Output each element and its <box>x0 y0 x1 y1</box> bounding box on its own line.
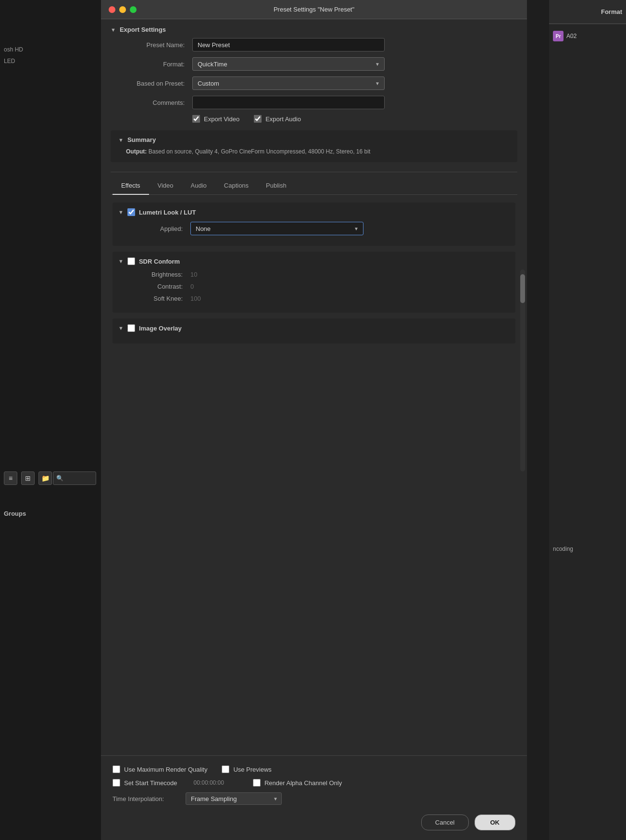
pr-badge-text: A02 <box>566 33 576 39</box>
summary-section: ▼ Summary Output: Based on source, Quali… <box>111 130 517 162</box>
sdr-brightness-label: Brightness: <box>128 271 190 278</box>
tab-effects[interactable]: Effects <box>113 177 149 195</box>
tabs-bar: Effects Video Audio Captions Publish <box>111 177 517 195</box>
lumetri-checkbox[interactable] <box>127 208 135 216</box>
collapse-arrow[interactable]: ▼ <box>111 27 116 33</box>
sdr-softknee-label: Soft Knee: <box>128 295 190 302</box>
divider-1 <box>111 172 517 172</box>
action-buttons: Cancel OK <box>113 815 515 830</box>
based-on-select[interactable]: Custom <box>192 76 385 90</box>
based-on-row: Based on Preset: Custom ▼ <box>111 76 517 90</box>
sdr-softknee-row: Soft Knee: 100 <box>118 295 510 302</box>
close-button[interactable] <box>109 6 115 13</box>
lumetri-applied-select[interactable]: None Browse... <box>190 222 363 235</box>
sidebar-grid-icon[interactable]: ⊞ <box>21 471 35 485</box>
render-alpha-label: Render Alpha Channel Only <box>264 779 342 787</box>
preset-name-label: Preset Name: <box>115 41 192 49</box>
cancel-button[interactable]: Cancel <box>421 815 468 830</box>
use-previews-input[interactable] <box>222 765 229 773</box>
tab-video[interactable]: Video <box>149 177 182 195</box>
summary-output-label: Output: <box>126 148 147 155</box>
lumetri-collapse[interactable]: ▼ <box>118 209 124 215</box>
dialog-content: ▼ Export Settings Preset Name: Format: Q… <box>101 19 527 357</box>
timecode-value: 00:00:00:00 <box>194 779 224 786</box>
render-alpha-checkbox[interactable]: Render Alpha Channel Only <box>253 779 342 787</box>
sdr-contrast-row: Contrast: 0 <box>118 283 510 290</box>
minimize-button[interactable] <box>119 6 126 13</box>
use-previews-checkbox[interactable]: Use Previews <box>222 765 271 773</box>
encoding-label: ncoding <box>549 544 626 554</box>
export-video-checkbox[interactable]: Export Video <box>192 115 239 123</box>
tab-publish[interactable]: Publish <box>257 177 295 195</box>
format-select[interactable]: QuickTime H.264 HEVC <box>192 57 385 71</box>
max-quality-label: Use Maximum Render Quality <box>124 766 207 773</box>
set-timecode-checkbox[interactable]: Set Start Timecode <box>113 779 177 787</box>
set-timecode-label: Set Start Timecode <box>124 779 177 787</box>
based-on-label: Based on Preset: <box>115 80 192 87</box>
sdr-collapse[interactable]: ▼ <box>118 258 124 264</box>
export-video-input[interactable] <box>192 115 200 123</box>
titlebar-buttons <box>109 6 137 13</box>
comments-row: Comments: <box>111 96 517 109</box>
format-label: Format <box>549 0 626 24</box>
preset-dialog: Preset Settings "New Preset" ▼ Export Se… <box>101 0 527 840</box>
summary-output: Output: Based on source, Quality 4, GoPr… <box>118 147 510 156</box>
titlebar: Preset Settings "New Preset" <box>101 0 527 19</box>
image-overlay-header: ▼ Image Overlay <box>118 324 510 332</box>
interpolation-select[interactable]: Frame Sampling Frame Blending Optical Fl… <box>186 792 282 805</box>
sdr-section: ▼ SDR Conform Brightness: 10 Contrast: 0… <box>113 252 515 313</box>
export-settings-label: Export Settings <box>120 26 166 33</box>
maximize-button[interactable] <box>130 6 137 13</box>
lumetri-section: ▼ Lumetri Look / LUT Applied: None Brows… <box>113 203 515 246</box>
scrollbar-thumb[interactable] <box>520 274 525 303</box>
lumetri-applied-label: Applied: <box>128 225 190 232</box>
render-alpha-input[interactable] <box>253 779 261 787</box>
export-settings-header: ▼ Export Settings <box>111 19 517 38</box>
based-on-select-wrapper: Custom ▼ <box>192 76 385 90</box>
summary-label: Summary <box>127 136 156 143</box>
preset-name-input[interactable] <box>192 38 385 51</box>
search-icon: 🔍 <box>56 475 63 482</box>
max-quality-checkbox[interactable]: Use Maximum Render Quality <box>113 765 207 773</box>
sdr-brightness-value: 10 <box>190 271 197 278</box>
export-audio-input[interactable] <box>254 115 262 123</box>
lumetri-applied-row: Applied: None Browse... ▼ <box>118 222 510 235</box>
tab-audio[interactable]: Audio <box>182 177 215 195</box>
max-quality-input[interactable] <box>113 765 120 773</box>
left-sidebar: osh HD LED ≡ ⊞ 📁 ↑ 🔍 Groups <box>0 0 101 840</box>
lumetri-applied-select-wrapper: None Browse... ▼ <box>190 222 363 235</box>
format-row: Format: QuickTime H.264 HEVC ▼ <box>111 57 517 71</box>
pr-icon: Pr <box>553 31 563 41</box>
export-video-label: Export Video <box>204 115 239 123</box>
bottom-bar: Use Maximum Render Quality Use Previews … <box>101 755 527 840</box>
lumetri-label: Lumetri Look / LUT <box>139 209 196 216</box>
interpolation-label: Time Interpolation: <box>113 795 180 802</box>
sidebar-list-icon[interactable]: ≡ <box>4 471 17 485</box>
summary-collapse-arrow[interactable]: ▼ <box>118 137 124 143</box>
scrollbar-track <box>520 269 525 471</box>
format-field-label: Format: <box>115 61 192 68</box>
sidebar-text-led: LED <box>4 58 15 64</box>
image-overlay-collapse[interactable]: ▼ <box>118 325 124 331</box>
comments-input[interactable] <box>192 96 385 109</box>
sidebar-folder-icon[interactable]: 📁 <box>38 471 52 485</box>
sidebar-text-osh: osh HD <box>4 46 23 53</box>
format-select-wrapper: QuickTime H.264 HEVC ▼ <box>192 57 385 71</box>
sidebar-search[interactable]: 🔍 <box>53 471 96 485</box>
sdr-contrast-value: 0 <box>190 283 194 290</box>
interpolation-row: Time Interpolation: Frame Sampling Frame… <box>113 792 515 805</box>
image-overlay-checkbox[interactable] <box>127 324 135 332</box>
sidebar-groups-label: Groups <box>4 510 26 517</box>
bottom-checkboxes-row-2: Set Start Timecode 00:00:00:00 Render Al… <box>113 779 515 787</box>
tab-captions[interactable]: Captions <box>215 177 257 195</box>
export-checkboxes: Export Video Export Audio <box>111 115 517 123</box>
sdr-softknee-value: 100 <box>190 295 201 302</box>
premiere-badge: Pr A02 <box>549 24 626 48</box>
comments-label: Comments: <box>115 99 192 106</box>
use-previews-label: Use Previews <box>233 766 271 773</box>
set-timecode-input[interactable] <box>113 779 120 787</box>
image-overlay-section: ▼ Image Overlay <box>113 318 515 344</box>
ok-button[interactable]: OK <box>475 815 516 830</box>
sdr-checkbox[interactable] <box>127 257 135 265</box>
export-audio-checkbox[interactable]: Export Audio <box>254 115 301 123</box>
